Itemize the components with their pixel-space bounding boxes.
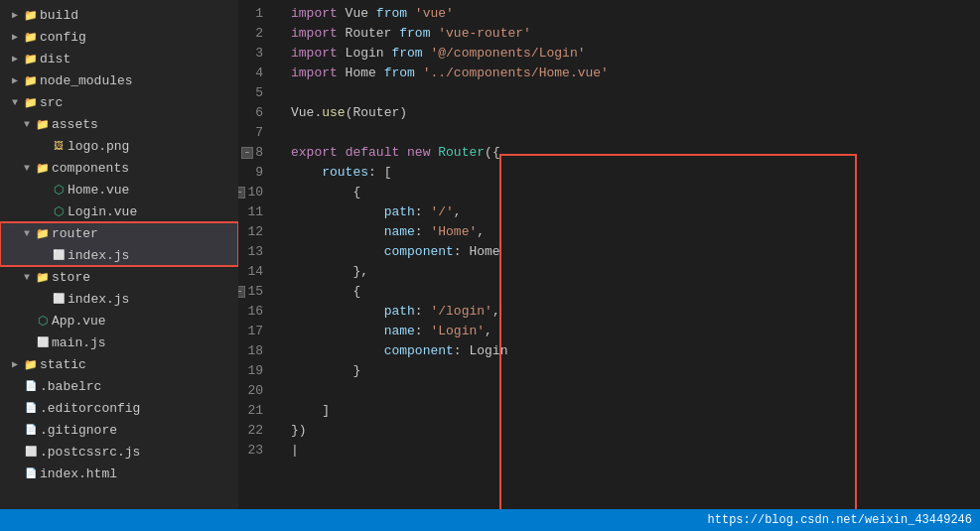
plain-token: { bbox=[291, 183, 360, 202]
sidebar-item-Login.vue[interactable]: ⬡Login.vue bbox=[0, 200, 238, 222]
vue-use-token: use bbox=[322, 103, 345, 123]
line-number-17: 17 bbox=[238, 322, 271, 341]
item-label: node_modules bbox=[40, 73, 238, 88]
file-icon: ⬡ bbox=[50, 183, 68, 198]
item-label: .editorconfig bbox=[40, 401, 238, 416]
plain-token: Login bbox=[338, 44, 392, 64]
plain-token bbox=[407, 4, 415, 24]
sidebar-item-build[interactable]: 📁build bbox=[0, 4, 238, 26]
sidebar-item-router_index.js[interactable]: ⬜index.js bbox=[0, 244, 238, 266]
code-line-18: component: Login bbox=[291, 341, 980, 361]
plain-token: : bbox=[415, 202, 431, 222]
sidebar-item-components[interactable]: 📁components bbox=[0, 157, 238, 179]
sidebar-item-node_modules[interactable]: 📁node_modules bbox=[0, 69, 238, 91]
plain-token: }, bbox=[291, 262, 368, 282]
plain-token bbox=[415, 64, 423, 83]
prop-token: component bbox=[384, 341, 454, 361]
sidebar-item-.postcssrc.js[interactable]: ⬜.postcssrc.js bbox=[0, 441, 238, 463]
sidebar-item-store_index.js[interactable]: ⬜index.js bbox=[0, 288, 238, 310]
item-label: index.js bbox=[68, 292, 238, 307]
arrow-icon bbox=[20, 272, 34, 283]
code-line-9: routes: [ bbox=[291, 163, 980, 183]
sidebar-item-main.js[interactable]: ⬜main.js bbox=[0, 332, 238, 353]
plain-token: ({ bbox=[485, 143, 500, 163]
item-label: .babelrc bbox=[40, 379, 238, 394]
code-line-20 bbox=[291, 381, 980, 401]
arrow-icon bbox=[20, 228, 34, 239]
file-icon: ⬜ bbox=[50, 293, 68, 305]
plain-token bbox=[291, 242, 384, 262]
item-label: components bbox=[52, 161, 238, 176]
line-number-11: 11 bbox=[238, 202, 271, 222]
plain-token: Router bbox=[338, 24, 399, 44]
sidebar-item-.babelrc[interactable]: 📄.babelrc bbox=[0, 375, 238, 397]
item-label: config bbox=[40, 30, 238, 45]
file-icon: 📁 bbox=[22, 74, 40, 87]
item-label: dist bbox=[40, 52, 238, 66]
item-label: .gitignore bbox=[40, 423, 238, 438]
sidebar-item-router[interactable]: 📁router bbox=[0, 222, 238, 244]
plain-token: { bbox=[291, 282, 360, 302]
prop-token: path bbox=[384, 202, 415, 222]
sidebar-item-Home.vue[interactable]: ⬡Home.vue bbox=[0, 179, 238, 200]
kw-from-token: from bbox=[384, 64, 415, 83]
plain-token: Home bbox=[338, 64, 384, 83]
code-line-23: | bbox=[291, 441, 980, 461]
file-icon: 📁 bbox=[34, 118, 52, 131]
sidebar-item-assets[interactable]: 📁assets bbox=[0, 113, 238, 135]
item-label: Home.vue bbox=[68, 183, 238, 198]
sidebar-item-logo.png[interactable]: 🖼logo.png bbox=[0, 135, 238, 157]
sidebar-item-dist[interactable]: 📁dist bbox=[0, 48, 238, 69]
plain-token bbox=[291, 341, 384, 361]
kw-import-token: import bbox=[291, 4, 338, 24]
plain-token: (Router) bbox=[346, 103, 407, 123]
plain-token bbox=[399, 143, 407, 163]
line-number-22: 22 bbox=[238, 421, 271, 441]
arrow-icon bbox=[20, 163, 34, 174]
str-token: 'vue-router' bbox=[438, 24, 531, 44]
sidebar-item-src[interactable]: 📁src bbox=[0, 91, 238, 113]
line-number-3: 3 bbox=[238, 44, 271, 64]
kw-import-token: import bbox=[291, 44, 338, 64]
code-line-12: name: 'Home', bbox=[291, 222, 980, 242]
fold-button[interactable]: − bbox=[238, 187, 245, 199]
item-label: assets bbox=[52, 117, 238, 132]
fold-button[interactable]: − bbox=[238, 286, 245, 298]
item-label: index.html bbox=[40, 466, 238, 481]
kw-from-token: from bbox=[376, 4, 407, 24]
prop-token: routes bbox=[322, 163, 368, 183]
sidebar-item-index.html[interactable]: 📄index.html bbox=[0, 463, 238, 484]
kw-from-token: from bbox=[391, 44, 422, 64]
file-icon: ⬡ bbox=[50, 204, 68, 219]
router-highlight-box: 📁router⬜index.js bbox=[0, 222, 238, 266]
sidebar-item-store[interactable]: 📁store bbox=[0, 266, 238, 288]
arrow-icon bbox=[20, 119, 34, 130]
line-number-18: 18 bbox=[238, 341, 271, 361]
sidebar-item-static[interactable]: 📁static bbox=[0, 353, 238, 375]
line-number-6: 6 bbox=[238, 103, 271, 123]
sidebar-item-.gitignore[interactable]: 📄.gitignore bbox=[0, 419, 238, 441]
file-icon: 📁 bbox=[34, 271, 52, 284]
prop-token: name bbox=[384, 322, 415, 341]
arrow-icon bbox=[8, 97, 22, 108]
plain-token bbox=[338, 143, 346, 163]
plain-token bbox=[291, 322, 384, 341]
val-str-token: 'Login' bbox=[430, 322, 485, 341]
code-line-19: } bbox=[291, 361, 980, 381]
str-token: 'vue' bbox=[415, 4, 454, 24]
plain-token: Vue. bbox=[291, 103, 322, 123]
sidebar-item-App.vue[interactable]: ⬡App.vue bbox=[0, 310, 238, 332]
plain-token: : [ bbox=[368, 163, 391, 183]
plain-token bbox=[423, 44, 431, 64]
file-icon: 📄 bbox=[22, 380, 40, 392]
prop-token: name bbox=[384, 222, 415, 242]
sidebar-item-config[interactable]: 📁config bbox=[0, 26, 238, 48]
fold-button[interactable]: − bbox=[241, 147, 253, 159]
code-editor: 1234567−89−1011121314−151617181920212223… bbox=[238, 0, 980, 509]
sidebar-item-.editorconfig[interactable]: 📄.editorconfig bbox=[0, 397, 238, 419]
line-number-7: 7 bbox=[238, 123, 271, 143]
line-number-10: −10 bbox=[238, 183, 271, 202]
line-number-8: −8 bbox=[238, 143, 271, 163]
line-numbers: 1234567−89−1011121314−151617181920212223 bbox=[238, 0, 283, 509]
plain-token: , bbox=[492, 302, 500, 322]
